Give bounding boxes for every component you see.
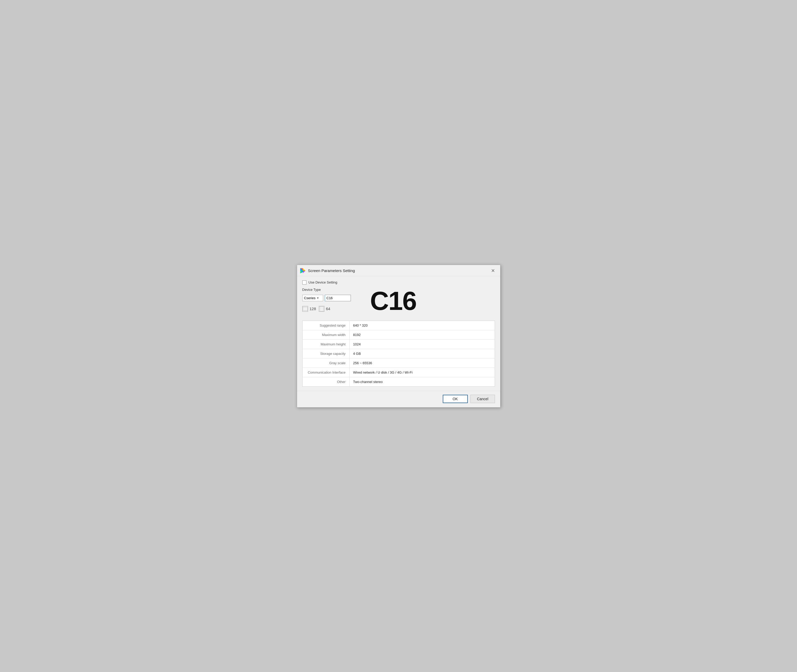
width-dim-box: 128 — [302, 306, 316, 312]
svg-marker-2 — [303, 268, 306, 271]
spec-value: 8192 — [349, 330, 495, 339]
use-device-checkbox[interactable] — [302, 280, 306, 285]
dialog: Screen Parameters Setting ✕ Use Device S… — [297, 265, 501, 408]
cancel-button[interactable]: Cancel — [471, 395, 495, 403]
svg-marker-4 — [303, 271, 306, 274]
table-row: Suggested range640 * 320 — [302, 321, 495, 330]
spec-label: Gray scale — [302, 358, 349, 368]
spec-label: Other — [302, 377, 349, 386]
content: Use Device Setting Device Type Cseries ▼ — [297, 276, 500, 391]
left-panel: Device Type Cseries ▼ 128 — [302, 288, 360, 315]
spec-value: 1024 — [349, 339, 495, 349]
main-area: Device Type Cseries ▼ 128 — [302, 288, 495, 315]
spec-label: Storage capacity — [302, 349, 349, 358]
device-preview-text: C16 — [370, 288, 416, 314]
spec-label: Suggested range — [302, 321, 349, 330]
table-row: Maximum width8192 — [302, 330, 495, 339]
svg-rect-5 — [302, 307, 307, 311]
series-dropdown[interactable]: Cseries ▼ — [302, 295, 323, 301]
table-row: OtherTwo-channel stereo — [302, 377, 495, 386]
use-device-row: Use Device Setting — [302, 280, 495, 285]
ok-button[interactable]: OK — [443, 395, 468, 403]
spec-value: Two-channel stereo — [349, 377, 495, 386]
device-type-label: Device Type — [302, 288, 360, 291]
device-type-row: Cseries ▼ — [302, 295, 360, 301]
height-dim-box: 64 — [319, 306, 330, 312]
close-button[interactable]: ✕ — [490, 268, 496, 274]
titlebar-left: Screen Parameters Setting — [300, 267, 355, 274]
app-icon — [300, 267, 306, 274]
device-preview: C16 — [365, 288, 495, 314]
height-value: 64 — [326, 307, 330, 311]
dimension-row: 128 64 — [302, 306, 360, 312]
spec-value: 256 ~ 65536 — [349, 358, 495, 368]
use-device-label: Use Device Setting — [309, 280, 338, 284]
footer: OK Cancel — [297, 391, 500, 407]
table-row: Communication InterfaceWired network / U… — [302, 368, 495, 377]
dialog-title: Screen Parameters Setting — [308, 269, 355, 273]
spec-label: Communication Interface — [302, 368, 349, 377]
titlebar: Screen Parameters Setting ✕ — [297, 265, 500, 276]
table-row: Storage capacity4 GB — [302, 349, 495, 358]
spec-value: 640 * 320 — [349, 321, 495, 330]
width-value: 128 — [310, 307, 316, 311]
spec-value: Wired network / U disk / 3G / 4G / Wi-Fi — [349, 368, 495, 377]
spec-label: Maximum width — [302, 330, 349, 339]
dropdown-arrow-icon: ▼ — [317, 297, 319, 299]
width-dimension-icon — [302, 306, 308, 312]
device-name-input[interactable] — [325, 295, 351, 301]
spec-value: 4 GB — [349, 349, 495, 358]
svg-rect-6 — [320, 306, 323, 311]
table-row: Maximum height1024 — [302, 339, 495, 349]
series-selected: Cseries — [304, 296, 315, 300]
specs-table: Suggested range640 * 320Maximum width819… — [302, 321, 495, 387]
spec-label: Maximum height — [302, 339, 349, 349]
height-dimension-icon — [319, 306, 325, 312]
table-row: Gray scale256 ~ 65536 — [302, 358, 495, 368]
right-panel: Suggested range640 * 320Maximum width819… — [302, 318, 495, 387]
